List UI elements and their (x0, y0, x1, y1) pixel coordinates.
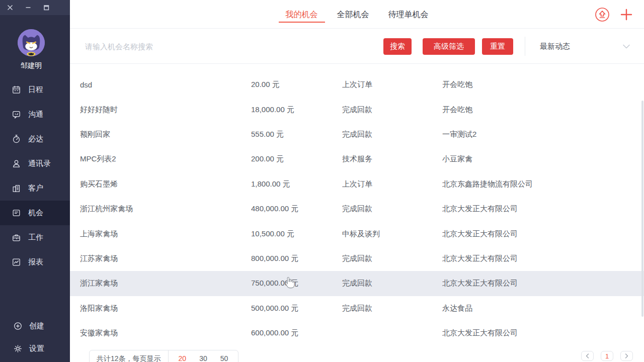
sidebar-item-label: 日程 (28, 85, 43, 95)
chevron-down-icon[interactable] (622, 43, 630, 52)
tab-pending-opportunities[interactable]: 待理单机会 (388, 0, 429, 29)
table-row[interactable]: 购买石墨烯 1,800.00 元 上次订单 北京东鑫路捷物流有限公司 (70, 172, 644, 197)
advanced-filter-button[interactable]: 高级筛选 (423, 38, 475, 55)
search-toolbar: 搜索 高级筛选 重置 最新动态 (70, 29, 644, 64)
sidebar-item-label: 通讯录 (28, 159, 51, 168)
opportunity-amount: 555.00 元 (251, 130, 342, 139)
sidebar-item-schedule[interactable]: 日程 (0, 77, 70, 102)
table-row[interactable]: MPC列表2 200.00 元 技术服务 小豆家禽 (70, 147, 644, 171)
opportunity-name: 江苏家禽场 (70, 254, 251, 263)
table-row[interactable]: 安徽家禽场 600,000.00 元 北京大发正大有限公司 (70, 321, 644, 345)
sidebar-item-label: 沟通 (28, 110, 43, 119)
sidebar-item-label: 客户 (28, 184, 43, 193)
search-button[interactable]: 搜索 (383, 38, 412, 55)
opportunity-amount: 800,000.00 元 (251, 254, 342, 263)
sort-dropdown[interactable]: 最新动态 (540, 29, 570, 64)
opportunity-name: 购买石墨烯 (70, 179, 251, 189)
sidebar-item-contacts[interactable]: 通讯录 (0, 151, 70, 176)
opportunity-company: 小豆家禽 (442, 154, 644, 164)
sidebar-item-opportunities[interactable]: 机会 (0, 201, 70, 225)
pagination-bar: 共计12条，每页显示 20 30 50 1 (70, 347, 644, 362)
chevron-left-icon (586, 353, 589, 358)
opportunity-icon (12, 208, 21, 218)
pagination-summary: 共计12条，每页显示 (90, 350, 169, 362)
sidebar-item-label: 机会 (28, 208, 43, 218)
next-page-button[interactable] (620, 351, 633, 361)
table-row[interactable]: 好好好随时 18,000.00 元 完成回款 开会吃饱 (70, 97, 644, 122)
sidebar-item-customers[interactable]: 客户 (0, 176, 70, 201)
opportunity-company: 北京东鑫路捷物流有限公司 (442, 179, 644, 189)
divider (525, 37, 525, 56)
minimize-icon[interactable] (24, 4, 32, 12)
table-row[interactable]: 江苏家禽场 800,000.00 元 完成回款 北京大发正大有限公司 (70, 246, 644, 271)
sidebar-item-reports[interactable]: 报表 (0, 250, 70, 275)
reset-button[interactable]: 重置 (482, 38, 513, 55)
opportunity-amount: 20.00 元 (251, 80, 342, 89)
add-icon[interactable] (620, 8, 633, 21)
table-row[interactable]: dsd 20.00 元 上次订单 开会吃饱 (70, 72, 644, 97)
sidebar-footer: 创建 设置 (0, 315, 70, 360)
app-window: 邹建明 日程 沟通 必达 通讯录 客户 (0, 0, 644, 362)
window-titlebar (0, 0, 70, 15)
opportunity-stage: 完成回款 (342, 254, 442, 263)
table-row[interactable]: 上海家禽场 10,500.00 元 中标及谈判 北京大发正大有限公司 (70, 221, 644, 246)
table-row[interactable]: 洛阳家禽场 500,000.00 元 完成回款 永达食品 (70, 296, 644, 321)
sidebar-item-work[interactable]: 工作 (0, 225, 70, 250)
opportunity-name: 浙江家禽场 (70, 279, 251, 288)
opportunity-name: 浙江杭州家禽场 (70, 204, 251, 214)
opportunity-stage: 上次订单 (342, 80, 442, 89)
sidebar: 邹建明 日程 沟通 必达 通讯录 客户 (0, 0, 70, 362)
sidebar-item-communication[interactable]: 沟通 (0, 102, 70, 127)
table-row[interactable]: 额刚回家 555.00 元 完成回款 一审测试2 (70, 122, 644, 147)
customer-icon (12, 184, 21, 193)
user-profile: 邹建明 (0, 29, 62, 70)
main-panel: 我的机会 全部机会 待理单机会 搜索 高级筛选 重置 最新动态 dsd 20.0… (70, 0, 644, 362)
search-input[interactable] (85, 29, 347, 64)
opportunity-name: 上海家禽场 (70, 229, 251, 239)
chat-icon (12, 110, 21, 119)
opportunity-company: 开会吃饱 (442, 80, 644, 89)
table-row[interactable]: 浙江家禽场 750,000.00 元 完成回款 北京大发正大有限公司 (70, 271, 644, 296)
avatar[interactable] (18, 29, 45, 56)
opportunity-stage: 技术服务 (342, 154, 442, 164)
opportunity-company: 永达食品 (442, 304, 644, 313)
opportunity-stage: 完成回款 (342, 105, 442, 115)
page-size-30[interactable]: 30 (199, 354, 207, 362)
opportunity-name: 洛阳家禽场 (70, 304, 251, 313)
sidebar-item-label: 创建 (29, 321, 44, 331)
opportunity-name: 好好好随时 (70, 105, 251, 115)
opportunity-company: 北京大发正大有限公司 (442, 279, 644, 288)
opportunity-amount: 200.00 元 (251, 154, 342, 164)
opportunity-stage: 上次订单 (342, 179, 442, 189)
contacts-icon (12, 159, 21, 168)
user-name: 邹建明 (21, 61, 42, 70)
sidebar-item-bida[interactable]: 必达 (0, 127, 70, 151)
gear-icon (13, 344, 23, 353)
maximize-icon[interactable] (42, 4, 50, 12)
report-icon (12, 257, 21, 267)
prev-page-button[interactable] (581, 351, 594, 361)
current-page-button[interactable]: 1 (601, 351, 613, 361)
table-row[interactable]: 浙江杭州家禽场 480,000.00 元 完成回款 北京大发正大有限公司 (70, 197, 644, 221)
sidebar-item-settings[interactable]: 设置 (0, 337, 70, 360)
opportunity-company: 北京大发正大有限公司 (442, 328, 644, 338)
page-size-50[interactable]: 50 (220, 354, 228, 362)
opportunity-stage: 完成回款 (342, 204, 442, 214)
page-size-20[interactable]: 20 (179, 354, 187, 362)
opportunity-name: 安徽家禽场 (70, 328, 251, 338)
sidebar-item-label: 必达 (28, 134, 43, 144)
plus-circle-icon (13, 321, 23, 331)
opportunity-amount: 1,800.00 元 (251, 179, 342, 189)
opportunity-company: 北京大发正大有限公司 (442, 254, 644, 263)
close-icon[interactable] (6, 4, 14, 12)
tab-all-opportunities[interactable]: 全部机会 (337, 0, 369, 29)
opportunity-name: MPC列表2 (70, 154, 251, 164)
work-icon (12, 233, 21, 242)
sidebar-item-label: 设置 (29, 344, 44, 353)
upload-icon[interactable] (595, 7, 610, 22)
sidebar-item-create[interactable]: 创建 (0, 315, 70, 337)
header-actions (595, 0, 633, 29)
tab-my-opportunities[interactable]: 我的机会 (286, 0, 318, 29)
page-size-box: 共计12条，每页显示 20 30 50 (89, 350, 238, 362)
scrollbar-thumb[interactable] (641, 101, 643, 317)
